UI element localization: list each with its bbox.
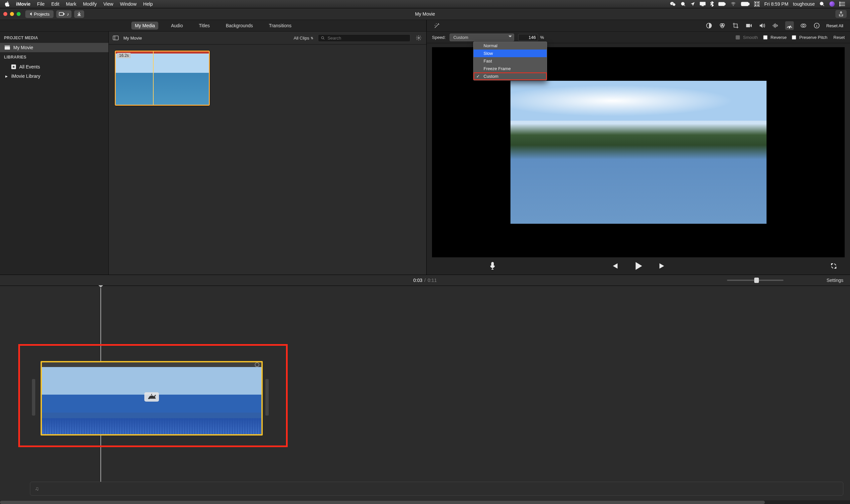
svg-point-0 [681, 2, 685, 5]
speed-option-freeze[interactable]: Freeze Frame [474, 65, 547, 72]
spotlight-icon[interactable] [819, 1, 825, 7]
percent-sign: % [540, 35, 544, 40]
back-to-projects-button[interactable]: Projects [25, 10, 54, 18]
voiceover-mic-button[interactable] [490, 262, 495, 270]
speed-handle-icon[interactable] [255, 362, 260, 367]
speed-dropdown[interactable]: Normal Slow Fast Freeze Frame Custom [473, 41, 547, 80]
window-zoom-button[interactable] [17, 12, 21, 16]
library-tabs: My Media Audio Titles Backgrounds Transi… [0, 20, 427, 31]
media-clip-thumb[interactable]: 16.2s [115, 51, 210, 106]
zoom-slider-knob[interactable] [754, 277, 759, 283]
svg-point-30 [789, 27, 790, 28]
info-icon[interactable] [813, 22, 820, 29]
timeline[interactable]: ♫ [0, 286, 850, 504]
auto-enhance-icon[interactable] [433, 22, 441, 29]
tab-audio[interactable]: Audio [167, 22, 186, 30]
menu-help[interactable]: Help [143, 1, 153, 7]
bluetooth-icon[interactable] [710, 1, 714, 7]
play-button[interactable] [634, 261, 643, 271]
trim-handle-right[interactable] [265, 379, 269, 416]
speed-option-fast[interactable]: Fast [474, 57, 547, 65]
notifications-icon[interactable] [839, 2, 845, 6]
sidebar-item-all-events[interactable]: All Events [0, 62, 108, 71]
clip-audio-waveform[interactable] [42, 418, 261, 434]
apple-logo-icon[interactable] [5, 1, 9, 7]
reset-all-button[interactable]: Reset All [826, 23, 843, 28]
color-balance-icon[interactable] [705, 22, 713, 29]
battery-pct-icon[interactable] [718, 2, 726, 6]
user-name[interactable]: toughouse [793, 1, 815, 7]
clip-speed-strip[interactable] [42, 362, 261, 367]
loupe-icon[interactable] [680, 1, 686, 7]
tab-titles[interactable]: Titles [196, 22, 213, 30]
tab-transitions[interactable]: Transitions [266, 22, 295, 30]
speed-option-normal[interactable]: Normal [474, 42, 547, 50]
clip-filter-dropdown[interactable]: All Clips ⇅ [294, 36, 313, 40]
speed-percent-field[interactable]: 146 [518, 34, 538, 41]
timeline-clip[interactable] [40, 361, 263, 435]
media-search[interactable] [318, 34, 410, 42]
grid-icon[interactable] [754, 1, 760, 7]
next-button[interactable] [659, 263, 666, 269]
wifi-icon[interactable] [730, 2, 736, 6]
mac-menu-bar[interactable]: iMovie File Edit Mark Modify View Window… [0, 0, 850, 8]
timeline-settings-button[interactable]: Settings [826, 277, 843, 283]
battery-icon[interactable] [741, 2, 749, 6]
stabilize-icon[interactable] [745, 22, 752, 29]
svg-point-38 [418, 37, 420, 39]
prev-button[interactable] [611, 263, 618, 269]
fullscreen-button[interactable] [831, 263, 837, 269]
speed-select[interactable]: Custom [449, 34, 514, 41]
display-icon[interactable] [700, 2, 706, 6]
color-correction-icon[interactable] [719, 22, 726, 29]
disclosure-icon[interactable]: ▸ [5, 73, 8, 79]
volume-icon[interactable] [759, 22, 766, 29]
clock[interactable]: Fri 8:59 PM [764, 1, 788, 7]
menu-edit[interactable]: Edit [51, 1, 59, 7]
menu-file[interactable]: File [37, 1, 45, 7]
svg-point-6 [733, 5, 733, 6]
menu-view[interactable]: View [103, 1, 113, 7]
menu-mark[interactable]: Mark [66, 1, 76, 7]
background-music-well[interactable]: ♫ [30, 482, 843, 496]
app-name[interactable]: iMovie [16, 1, 31, 7]
speed-option-custom[interactable]: Custom [474, 72, 547, 80]
media-project-title: My Movie [123, 36, 142, 40]
window-minimize-button[interactable] [10, 12, 14, 16]
menu-modify[interactable]: Modify [83, 1, 96, 7]
speed-icon[interactable] [785, 21, 794, 30]
wechat-icon[interactable] [670, 1, 676, 7]
sidebar-item-project[interactable]: My Movie [0, 43, 108, 52]
crop-icon[interactable] [732, 22, 739, 29]
current-time: 0:03 [413, 277, 422, 283]
import-media-button[interactable]: ♪ [56, 10, 72, 18]
svg-rect-12 [758, 2, 759, 3]
sidebar-item-imovie-library[interactable]: ▸ iMovie Library [0, 71, 108, 81]
location-icon[interactable] [690, 2, 695, 6]
download-button[interactable] [74, 10, 84, 18]
tab-backgrounds[interactable]: Backgrounds [223, 22, 256, 30]
trim-handle-left[interactable] [32, 379, 35, 416]
speed-reset-button[interactable]: Reset [833, 35, 845, 40]
noise-reduction-icon[interactable] [772, 22, 779, 29]
share-button[interactable] [835, 10, 847, 18]
reverse-checkbox[interactable]: Reverse [762, 34, 786, 40]
window-close-button[interactable] [3, 12, 7, 16]
clip-duration-badge: 16.2s [117, 53, 131, 58]
search-input[interactable] [327, 35, 407, 41]
svg-rect-36 [113, 36, 118, 40]
speed-option-slow[interactable]: Slow [474, 50, 547, 57]
updown-icon: ⇅ [311, 36, 313, 40]
tab-my-media[interactable]: My Media [131, 22, 158, 30]
scrollbar-thumb[interactable] [0, 501, 765, 504]
sidebar-toggle-icon[interactable] [113, 36, 119, 40]
clip-filter-icon[interactable] [800, 22, 807, 29]
preserve-pitch-checkbox[interactable]: Preserve Pitch [791, 34, 827, 40]
siri-icon[interactable] [829, 1, 835, 7]
media-options-button[interactable] [415, 34, 422, 41]
timeline-scrollbar[interactable] [0, 500, 850, 504]
menu-window[interactable]: Window [120, 1, 137, 7]
clip-grid[interactable]: 16.2s [109, 44, 426, 275]
svg-point-16 [839, 2, 840, 3]
timeline-zoom-slider[interactable] [727, 280, 783, 281]
